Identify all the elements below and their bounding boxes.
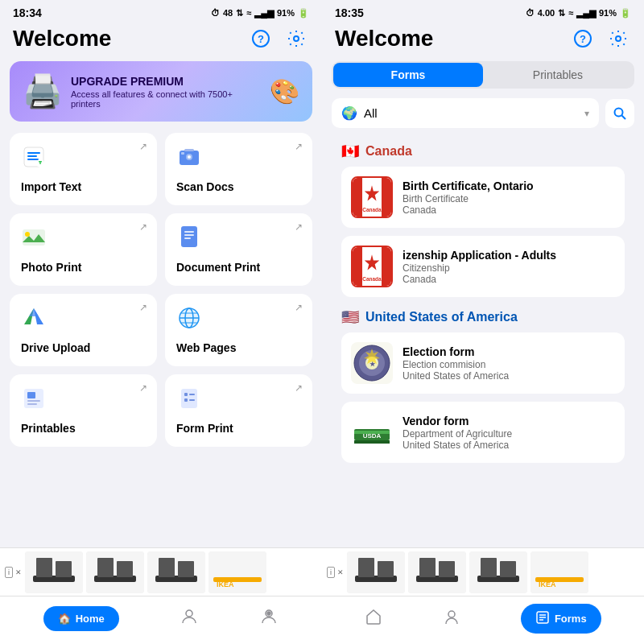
- ad-label-right: i: [327, 567, 335, 578]
- svg-rect-67: [353, 178, 362, 217]
- status-time-left: 18:34: [13, 6, 42, 19]
- promo-desc: Access all features & connect with 7500+…: [71, 89, 262, 109]
- forms-nav-label: Forms: [555, 613, 587, 625]
- grid-item-document-print[interactable]: ↗ Document Print: [165, 213, 312, 286]
- svg-text:?: ?: [580, 33, 586, 45]
- vendor-form-logo: USDA: [351, 411, 393, 453]
- status-icons-left: ⏱ 48 ⇅ ≈ ▂▄▆ 91% 🔋: [211, 8, 309, 19]
- svg-rect-14: [184, 149, 194, 151]
- document-print-label: Document Print: [176, 261, 301, 274]
- svg-rect-41: [184, 398, 188, 402]
- svg-rect-54: [178, 561, 194, 577]
- home-nav-label: Home: [76, 613, 105, 625]
- svg-text:Canada: Canada: [362, 207, 382, 213]
- svg-rect-6: [27, 159, 39, 160]
- election-form-name: Election form: [402, 345, 615, 358]
- forms-nav-button[interactable]: Forms: [521, 604, 601, 634]
- home-nav-button[interactable]: 🏠 Home: [43, 606, 119, 631]
- web-pages-label: Web Pages: [176, 341, 301, 354]
- home-nav-button-right[interactable]: [365, 608, 382, 630]
- help-button-left[interactable]: ?: [248, 26, 274, 52]
- grid-item-scan-docs[interactable]: ↗ Scan Docs: [165, 133, 312, 205]
- promo-banner[interactable]: 🖨️ UPGRADE PREMIUM Access all features &…: [10, 61, 312, 122]
- grid-item-photo-print[interactable]: ↗ Photo Print: [10, 213, 157, 286]
- status-icons-right: ⏱ 4.00 ⇅ ≈ ▂▄▆ 91% 🔋: [526, 8, 631, 19]
- photo-print-icon: [21, 225, 146, 256]
- election-form-info: Election form Election commision United …: [402, 345, 615, 382]
- svg-rect-42: [189, 399, 195, 401]
- page-title-left: Welcome: [13, 26, 111, 52]
- ad-label: i: [5, 567, 13, 578]
- grid-item-form-print[interactable]: ↗ Form Print: [165, 374, 312, 447]
- filter-chevron-icon: ▾: [584, 108, 589, 119]
- svg-rect-37: [27, 403, 37, 405]
- nav-icon-2-left: [180, 607, 199, 630]
- seg-printables-button[interactable]: Printables: [483, 63, 633, 87]
- svg-text:IKEA: IKEA: [539, 580, 556, 588]
- svg-point-64: [615, 108, 623, 116]
- seg-forms-button[interactable]: Forms: [333, 63, 483, 87]
- svg-rect-51: [147, 551, 205, 593]
- election-form-country: United States of America: [402, 370, 615, 382]
- svg-point-100: [448, 611, 455, 617]
- svg-rect-47: [86, 551, 144, 593]
- bottom-nav-left: 🏠 Home: [0, 596, 322, 644]
- svg-marker-27: [29, 308, 39, 316]
- status-bar-left: 18:34 ⏱ 48 ⇅ ≈ ▂▄▆ 91% 🔋: [0, 0, 322, 23]
- ad-strip-right: i ✕ IKEA: [322, 547, 644, 596]
- birth-cert-country: Canada: [402, 204, 615, 216]
- arrow-icon-form-print: ↗: [295, 382, 303, 394]
- citizenship-card[interactable]: Canada izenship Application - Adults Cit…: [341, 236, 625, 297]
- svg-rect-13: [181, 152, 184, 155]
- settings-button-left[interactable]: [283, 26, 309, 52]
- grid-item-web-pages[interactable]: ↗ Web Pages: [165, 294, 312, 366]
- svg-rect-40: [189, 394, 195, 395]
- scan-docs-label: Scan Docs: [176, 180, 301, 193]
- header-left: Welcome ?: [0, 23, 322, 61]
- svg-rect-87: [358, 558, 374, 577]
- svg-rect-4: [27, 152, 40, 154]
- nav-button-3-left[interactable]: [259, 607, 279, 630]
- main-content-right: 🇨🇦 Canada Canada Birth Certificate, Onta…: [322, 139, 644, 547]
- svg-text:USDA: USDA: [363, 432, 382, 440]
- svg-rect-91: [419, 558, 436, 577]
- svg-rect-20: [184, 234, 194, 236]
- grid-item-import-text[interactable]: ↗ Import Text: [10, 133, 157, 205]
- vendor-form-sub: Department of Agriculture: [402, 428, 615, 440]
- vendor-form-name: Vendor form: [402, 415, 615, 427]
- grid-item-drive-upload[interactable]: ↗ Drive Upload: [10, 294, 157, 366]
- svg-rect-88: [378, 561, 394, 577]
- svg-rect-39: [184, 393, 188, 396]
- grid-item-printables[interactable]: ↗ Printables: [10, 374, 157, 447]
- filter-dropdown[interactable]: 🌍 All ▾: [332, 98, 599, 128]
- nav-button-2-right[interactable]: [443, 608, 460, 630]
- birth-cert-card[interactable]: Canada Birth Certificate, Ontario Birth …: [341, 167, 625, 228]
- web-pages-icon: [176, 305, 301, 336]
- arrow-icon-import-text: ↗: [139, 141, 147, 152]
- status-bar-right: 18:35 ⏱ 4.00 ⇅ ≈ ▂▄▆ 91% 🔋: [322, 0, 644, 23]
- election-form-card[interactable]: ★ Election form Election commision Unite…: [341, 332, 625, 394]
- svg-rect-49: [97, 558, 114, 577]
- search-button[interactable]: [605, 99, 634, 128]
- arrow-icon-drive-upload: ↗: [139, 302, 147, 313]
- nav-icon-3-left: [259, 607, 279, 630]
- vendor-form-card[interactable]: USDA Vendor form Department of Agricultu…: [341, 402, 625, 463]
- filter-row: 🌍 All ▾: [322, 98, 644, 128]
- document-print-icon: [176, 225, 301, 256]
- settings-button-right[interactable]: [605, 26, 631, 52]
- promo-text: UPGRADE PREMIUM Access all features & co…: [71, 75, 262, 109]
- bottom-nav-right: Forms: [322, 596, 644, 644]
- page-title-right: Welcome: [335, 26, 433, 52]
- help-button-right[interactable]: ?: [570, 26, 596, 52]
- nav-button-2-left[interactable]: [180, 607, 199, 630]
- svg-rect-19: [184, 231, 194, 233]
- svg-text:IKEA: IKEA: [217, 580, 234, 588]
- promo-title: UPGRADE PREMIUM: [71, 75, 262, 88]
- printer-icon: 🖨️: [23, 72, 63, 110]
- election-form-logo: ★: [351, 342, 393, 384]
- printables-label: Printables: [21, 422, 146, 435]
- citizenship-info: izenship Application - Adults Citizenshi…: [402, 249, 615, 285]
- right-screen: 18:35 ⏱ 4.00 ⇅ ≈ ▂▄▆ 91% 🔋 Welcome ?: [322, 0, 644, 644]
- nav-icon-2-right: [443, 608, 460, 630]
- birth-cert-info: Birth Certificate, Ontario Birth Certifi…: [402, 180, 615, 216]
